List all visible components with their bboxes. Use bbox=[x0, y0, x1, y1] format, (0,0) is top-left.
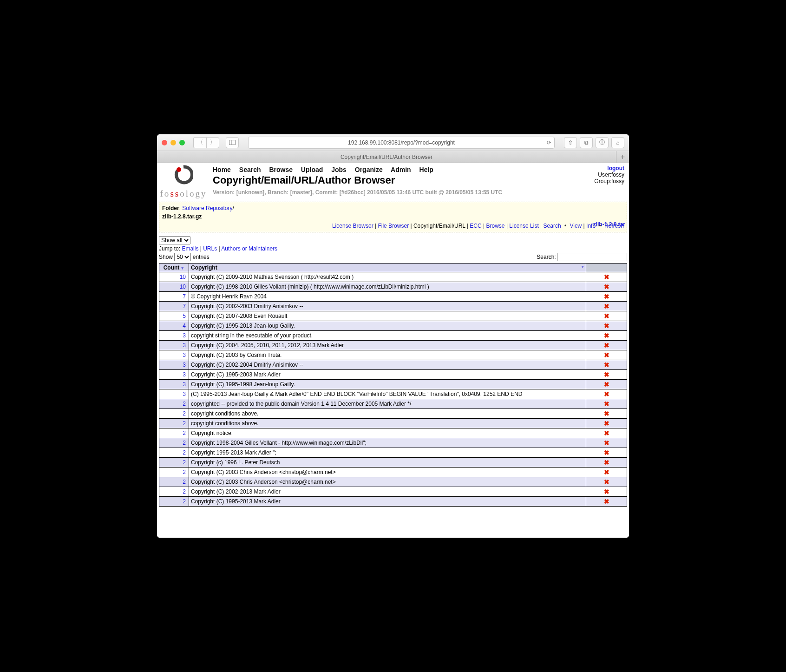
row-count[interactable]: 3 bbox=[159, 380, 189, 389]
row-text: copyright string in the executable of yo… bbox=[189, 331, 586, 341]
row-delete[interactable]: ✖ bbox=[586, 360, 627, 370]
folder-repo-link[interactable]: Software Repository bbox=[182, 205, 232, 211]
minimize-icon[interactable] bbox=[170, 140, 176, 145]
jump-urls[interactable]: URLs bbox=[203, 245, 217, 252]
row-delete[interactable]: ✖ bbox=[586, 477, 627, 487]
menu-admin[interactable]: Admin bbox=[391, 166, 411, 173]
menu-jobs[interactable]: Jobs bbox=[331, 166, 347, 173]
reload-icon[interactable]: ⟳ bbox=[547, 139, 551, 146]
row-text: Copyright (C) 2002-2004 Dmitriy Anisimko… bbox=[189, 360, 586, 370]
row-delete[interactable]: ✖ bbox=[586, 282, 627, 292]
subnav-refresh[interactable]: Refresh bbox=[604, 223, 624, 229]
subnav-view[interactable]: View bbox=[570, 223, 582, 229]
row-count[interactable]: 3 bbox=[159, 389, 189, 399]
row-count[interactable]: 4 bbox=[159, 321, 189, 331]
row-delete[interactable]: ✖ bbox=[586, 370, 627, 380]
tabs-button[interactable]: ⧉ bbox=[580, 137, 593, 148]
menu-browse[interactable]: Browse bbox=[269, 166, 293, 173]
row-count[interactable]: 2 bbox=[159, 487, 189, 497]
add-tab-button[interactable]: + bbox=[616, 151, 629, 163]
logout-link[interactable]: logout bbox=[594, 165, 624, 171]
share-button[interactable]: ⇧ bbox=[564, 137, 577, 148]
row-delete[interactable]: ✖ bbox=[586, 389, 627, 399]
row-delete[interactable]: ✖ bbox=[586, 331, 627, 341]
row-delete[interactable]: ✖ bbox=[586, 311, 627, 321]
row-count[interactable]: 7 bbox=[159, 292, 189, 302]
row-count[interactable]: 2 bbox=[159, 428, 189, 438]
row-delete[interactable]: ✖ bbox=[586, 380, 627, 389]
row-text: Copyright (C) 1995-2003 Mark Adler bbox=[189, 370, 586, 380]
row-count[interactable]: 3 bbox=[159, 350, 189, 360]
home-button[interactable]: ⌂ bbox=[611, 137, 624, 148]
sidebar-button[interactable] bbox=[226, 137, 239, 148]
delete-icon: ✖ bbox=[604, 293, 609, 300]
row-count[interactable]: 5 bbox=[159, 311, 189, 321]
delete-icon: ✖ bbox=[604, 332, 609, 339]
zoom-icon[interactable] bbox=[179, 140, 185, 145]
menu-home[interactable]: Home bbox=[213, 166, 231, 173]
row-delete[interactable]: ✖ bbox=[586, 438, 627, 448]
row-count[interactable]: 10 bbox=[159, 282, 189, 292]
row-delete[interactable]: ✖ bbox=[586, 272, 627, 282]
entries-select[interactable]: 50 bbox=[174, 253, 191, 261]
row-count[interactable]: 2 bbox=[159, 399, 189, 409]
forward-button[interactable]: 〉 bbox=[206, 137, 219, 148]
subnav-search[interactable]: Search bbox=[544, 223, 561, 229]
menu-help[interactable]: Help bbox=[419, 166, 433, 173]
row-count[interactable]: 2 bbox=[159, 497, 189, 507]
row-count[interactable]: 2 bbox=[159, 419, 189, 428]
search-input[interactable] bbox=[557, 253, 627, 261]
tab-current[interactable]: Copyright/Email/URL/Author Browser bbox=[157, 154, 616, 160]
row-count[interactable]: 2 bbox=[159, 468, 189, 477]
col-count[interactable]: Count▼ bbox=[159, 264, 189, 272]
row-delete[interactable]: ✖ bbox=[586, 302, 627, 311]
col-copyright[interactable]: Copyright▾ bbox=[189, 264, 586, 272]
subnav-license-list[interactable]: License List bbox=[509, 223, 538, 229]
menu-search[interactable]: Search bbox=[239, 166, 261, 173]
showall-select[interactable]: Show all bbox=[159, 236, 190, 244]
subnav-file-browser[interactable]: File Browser bbox=[378, 223, 409, 229]
row-delete[interactable]: ✖ bbox=[586, 399, 627, 409]
row-delete[interactable]: ✖ bbox=[586, 341, 627, 350]
row-count[interactable]: 2 bbox=[159, 458, 189, 468]
subnav-info[interactable]: Info bbox=[586, 223, 596, 229]
delete-icon: ✖ bbox=[604, 439, 609, 447]
row-delete[interactable]: ✖ bbox=[586, 497, 627, 507]
row-count[interactable]: 10 bbox=[159, 272, 189, 282]
delete-icon: ✖ bbox=[604, 351, 609, 359]
row-count[interactable]: 2 bbox=[159, 448, 189, 458]
row-count[interactable]: 2 bbox=[159, 409, 189, 419]
close-icon[interactable] bbox=[162, 140, 167, 145]
delete-icon: ✖ bbox=[604, 459, 609, 466]
table-row: 10Copyright (C) 1998-2010 Gilles Vollant… bbox=[159, 282, 627, 292]
row-count[interactable]: 2 bbox=[159, 438, 189, 448]
row-delete[interactable]: ✖ bbox=[586, 409, 627, 419]
row-delete[interactable]: ✖ bbox=[586, 419, 627, 428]
row-delete[interactable]: ✖ bbox=[586, 428, 627, 438]
page-title: Copyright/Email/URL/Author Browser bbox=[213, 174, 590, 186]
menu-organize[interactable]: Organize bbox=[355, 166, 383, 173]
subnav-ecc[interactable]: ECC bbox=[470, 223, 481, 229]
menu-upload[interactable]: Upload bbox=[301, 166, 323, 173]
row-delete[interactable]: ✖ bbox=[586, 487, 627, 497]
row-count[interactable]: 3 bbox=[159, 331, 189, 341]
row-delete[interactable]: ✖ bbox=[586, 458, 627, 468]
jump-emails[interactable]: Emails bbox=[182, 245, 198, 252]
back-button[interactable]: 〈 bbox=[193, 137, 206, 148]
url-bar[interactable]: 192.168.99.100:8081/repo/?mod=copyright … bbox=[248, 137, 555, 149]
row-delete[interactable]: ✖ bbox=[586, 468, 627, 477]
row-count[interactable]: 3 bbox=[159, 370, 189, 380]
delete-icon: ✖ bbox=[604, 429, 609, 437]
jump-authors[interactable]: Authors or Maintainers bbox=[221, 245, 277, 252]
row-count[interactable]: 7 bbox=[159, 302, 189, 311]
subnav-license-browser[interactable]: License Browser bbox=[332, 223, 373, 229]
row-delete[interactable]: ✖ bbox=[586, 350, 627, 360]
row-delete[interactable]: ✖ bbox=[586, 448, 627, 458]
row-count[interactable]: 3 bbox=[159, 341, 189, 350]
row-count[interactable]: 3 bbox=[159, 360, 189, 370]
info-button[interactable]: ⓘ bbox=[596, 137, 609, 148]
row-delete[interactable]: ✖ bbox=[586, 292, 627, 302]
row-count[interactable]: 2 bbox=[159, 477, 189, 487]
row-delete[interactable]: ✖ bbox=[586, 321, 627, 331]
subnav-browse[interactable]: Browse bbox=[486, 223, 505, 229]
